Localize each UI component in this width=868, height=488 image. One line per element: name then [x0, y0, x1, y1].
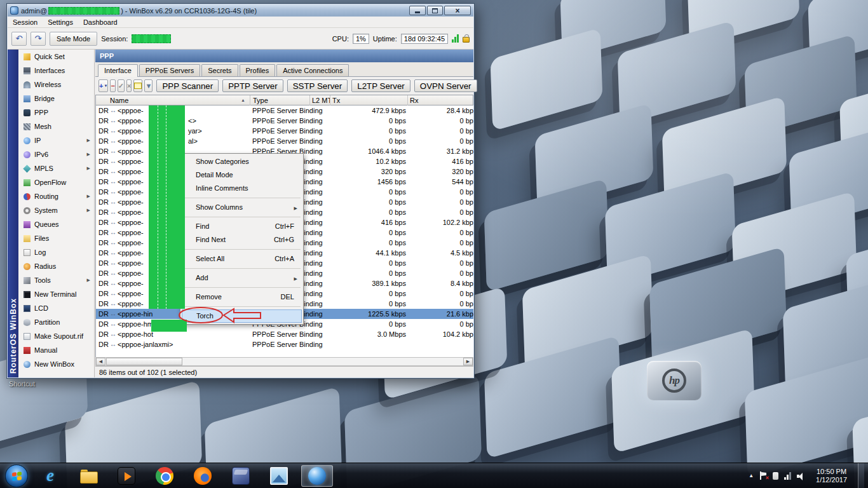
taskbar-vbox-button[interactable] — [225, 465, 257, 487]
window-titlebar[interactable]: admin@ ) - WinBox v6.29 on CCR1036-12G-4… — [8, 4, 473, 17]
sidebar-item-make-supout-rif[interactable]: Make Supout.rif — [18, 329, 94, 343]
sidebar-item-radius[interactable]: Radius — [18, 259, 94, 273]
taskbar-winbox-button[interactable] — [301, 465, 333, 487]
sidebar-item-openflow[interactable]: OpenFlow — [18, 175, 94, 189]
taskbar-firefox-button[interactable] — [187, 465, 219, 487]
pptp-server-button[interactable]: PPTP Server — [222, 79, 283, 92]
sidebar-item-queues[interactable]: Queues — [18, 217, 94, 231]
row-tx: 44.1 kbps — [318, 248, 406, 258]
column-header-tx[interactable]: Tx — [330, 95, 408, 105]
context-menu-item-show-columns[interactable]: Show Columns▶ — [182, 201, 302, 214]
session-label: Session: — [101, 35, 128, 43]
sidebar-item-files[interactable]: Files — [18, 231, 94, 245]
disable-button[interactable]: × — [126, 79, 132, 92]
sstp-server-button[interactable]: SSTP Server — [287, 79, 348, 92]
sidebar-item-tools[interactable]: Tools▶ — [18, 273, 94, 287]
row-flags: DR — [98, 238, 109, 248]
tab-secrets[interactable]: Secrets — [201, 64, 238, 76]
sidebar-item-mpls[interactable]: MPLS▶ — [18, 161, 94, 175]
hidden-icons-button[interactable]: ▲ — [749, 473, 754, 478]
taskbar-photos-button[interactable] — [263, 465, 295, 487]
sidebar-item-ip[interactable]: IP▶ — [18, 133, 94, 147]
add-icon: + — [99, 82, 103, 90]
row-flags: DR — [98, 309, 109, 319]
enable-button[interactable]: ✓ — [118, 79, 125, 92]
sidebar-item-routing[interactable]: Routing▶ — [18, 189, 94, 203]
context-menu-item-find-next[interactable]: Find NextCtrl+G — [182, 233, 302, 247]
menu-dashboard[interactable]: Dashboard — [83, 18, 118, 26]
sidebar-item-bridge[interactable]: Bridge — [18, 92, 94, 105]
context-menu-item-torch[interactable]: Torch — [182, 309, 302, 323]
column-header-l2mtu[interactable]: L2 MTU — [310, 95, 330, 105]
network-icon[interactable] — [784, 472, 791, 480]
sidebar-item-new-winbox[interactable]: New WinBox — [18, 357, 94, 371]
close-button[interactable]: × — [444, 6, 471, 15]
sidebar-item-label: Mesh — [34, 123, 90, 130]
context-menu-item-select-all[interactable]: Select AllCtrl+A — [182, 252, 302, 266]
row-flags: DR — [98, 166, 109, 177]
remove-button[interactable]: − — [110, 79, 115, 92]
comment-button[interactable] — [133, 79, 142, 92]
routeros-brand-strip: RouterOS WinBox — [8, 50, 18, 377]
action-center-icon[interactable]: × — [759, 471, 767, 480]
context-menu-item-show-categories[interactable]: Show Categories — [182, 155, 302, 168]
maximize-button[interactable] — [427, 6, 443, 15]
column-header-type[interactable]: Type — [251, 95, 310, 105]
sidebar-item-new-terminal[interactable]: New Terminal — [18, 287, 94, 301]
tab-profiles[interactable]: Profiles — [240, 64, 276, 76]
l2tp-server-button[interactable]: L2TP Server — [351, 79, 410, 92]
ppp-scanner-button[interactable]: PPP Scanner — [156, 79, 219, 92]
sidebar-item-mesh[interactable]: Mesh — [18, 119, 94, 133]
add-button[interactable]: +▼ — [98, 79, 108, 92]
tab-interface[interactable]: Interface — [98, 64, 138, 77]
horizontal-scrollbar[interactable]: ◀ ▶ — [95, 357, 473, 366]
table-row[interactable]: DR↔<pppoe-janlaxmi>PPPoE Server Binding — [96, 339, 473, 349]
sidebar-item-partition[interactable]: Partition — [18, 315, 94, 329]
sidebar-item-ppp[interactable]: PPP — [18, 105, 94, 119]
start-button[interactable] — [5, 464, 28, 487]
ovpn-server-button[interactable]: OVPN Server — [414, 79, 477, 92]
safe-mode-button[interactable]: Safe Mode — [50, 32, 97, 46]
chevron-right-icon: ▶ — [87, 194, 90, 199]
filter-button[interactable]: ▼ — [144, 79, 153, 92]
context-menu-item-find[interactable]: FindCtrl+F — [182, 220, 302, 233]
windows-flag-icon — [12, 471, 22, 481]
context-menu-item-detail-mode[interactable]: Detail Mode — [182, 168, 302, 182]
sidebar-item-lcd[interactable]: LCD — [18, 301, 94, 315]
desktop-shortcut-label[interactable]: Shortcut — [9, 380, 35, 388]
taskbar-media-button[interactable] — [111, 465, 142, 487]
menu-settings[interactable]: Settings — [48, 18, 73, 26]
context-menu-item-add[interactable]: Add▶ — [182, 271, 302, 285]
column-header-name[interactable]: Name — [96, 95, 250, 105]
scroll-left-button[interactable]: ◀ — [96, 358, 105, 365]
device-tray-icon[interactable] — [773, 472, 778, 480]
minimize-button[interactable] — [409, 6, 426, 15]
sidebar-item-ipv6[interactable]: IPv6▶ — [18, 147, 94, 161]
column-header-rx[interactable]: Rx — [408, 95, 475, 105]
context-menu-item-inline-comments[interactable]: Inline Comments — [182, 182, 302, 195]
radius-icon — [24, 263, 31, 270]
sidebar-item-label: Log — [34, 248, 90, 256]
taskbar-ie-button[interactable]: e — [34, 465, 66, 487]
sidebar-item-wireless[interactable]: Wireless — [18, 78, 94, 92]
show-desktop-button[interactable] — [858, 463, 864, 488]
sidebar-item-log[interactable]: Log — [18, 245, 94, 259]
taskbar-explorer-button[interactable] — [72, 465, 104, 487]
menu-item-shortcut: Ctrl+F — [275, 220, 294, 233]
undo-button[interactable]: ↶ — [11, 32, 27, 46]
scroll-right-button[interactable]: ▶ — [463, 358, 473, 365]
tab-pppoe-servers[interactable]: PPPoE Servers — [139, 64, 200, 76]
scrollbar-track[interactable] — [183, 358, 463, 365]
redo-button[interactable]: ↷ — [31, 32, 46, 46]
tab-active-connections[interactable]: Active Connections — [276, 64, 349, 76]
volume-icon[interactable] — [797, 472, 805, 480]
menu-session[interactable]: Session — [13, 18, 37, 26]
context-menu-item-remove[interactable]: RemoveDEL — [182, 290, 302, 304]
scrollbar-thumb[interactable] — [106, 358, 182, 365]
taskbar-clock[interactable]: 10:50 PM 1/12/2017 — [811, 468, 852, 484]
sidebar-item-interfaces[interactable]: Interfaces — [18, 64, 94, 78]
taskbar-chrome-button[interactable] — [149, 465, 180, 487]
sidebar-item-system[interactable]: System▶ — [18, 203, 94, 217]
sidebar-item-manual[interactable]: Manual — [18, 343, 94, 357]
sidebar-item-quick-set[interactable]: Quick Set — [18, 50, 94, 64]
